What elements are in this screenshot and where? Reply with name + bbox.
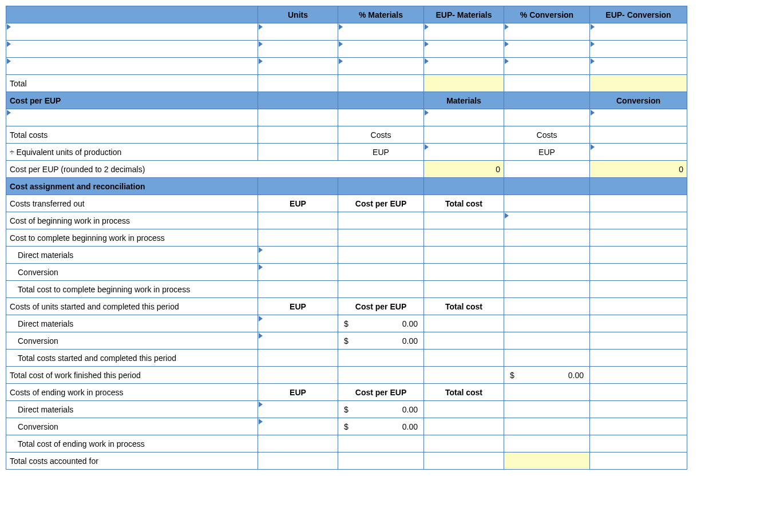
blank-cell	[590, 247, 687, 264]
header-eup-materials: EUP- Materials	[424, 6, 504, 23]
dm-started-row: Direct materials $0.00	[6, 315, 687, 332]
total-started-completed-label: Total costs started and completed this p…	[6, 350, 258, 367]
input-cell[interactable]	[258, 264, 338, 281]
currency-value: 0.00	[402, 405, 420, 414]
blank-cell	[590, 281, 687, 298]
input-cell[interactable]	[258, 315, 338, 332]
input-row	[6, 58, 687, 75]
blank-cell	[590, 401, 687, 418]
blank-cell	[424, 350, 504, 367]
blank-cell	[424, 247, 504, 264]
currency-symbol: $	[342, 336, 349, 346]
blank-cell	[338, 109, 424, 126]
total-label: Total	[6, 75, 258, 92]
input-pct-mat[interactable]	[338, 23, 424, 41]
input-eup-mat[interactable]	[424, 23, 504, 41]
input-eup-mat[interactable]	[424, 58, 504, 75]
blank-cell	[504, 92, 590, 109]
conv-label: Conversion	[6, 418, 258, 435]
blank-cell	[590, 298, 687, 315]
cost-per-eup-conv-ending: $0.00	[338, 418, 424, 435]
input-cell[interactable]	[258, 418, 338, 435]
ending-wip-row: Costs of ending work in process EUP Cost…	[6, 384, 687, 401]
cost-per-eup-dm: $0.00	[338, 315, 424, 332]
input-pct-conv[interactable]	[504, 41, 590, 58]
total-cost-col-header: Total cost	[424, 384, 504, 401]
blank-cell	[424, 229, 504, 247]
cost-begin-wip-label: Cost of beginning work in process	[6, 212, 258, 229]
blank-cell	[258, 350, 338, 367]
transferred-out-label: Costs transferred out	[6, 195, 258, 212]
input-cell[interactable]	[424, 126, 504, 144]
input-cell[interactable]	[258, 401, 338, 418]
input-eup-conv[interactable]	[590, 41, 687, 58]
dm-ending-row: Direct materials $0.00	[6, 401, 687, 418]
conv-ending-row: Conversion $0.00	[6, 418, 687, 435]
blank-cell	[338, 178, 424, 195]
input-cell[interactable]	[6, 109, 258, 126]
input-units[interactable]	[258, 58, 338, 75]
total-finished-value: $0.00	[504, 367, 590, 384]
input-eup-mat[interactable]	[424, 41, 504, 58]
input-cell[interactable]	[258, 247, 338, 264]
total-cost-col-header: Total cost	[424, 195, 504, 212]
blank-cell	[258, 229, 338, 247]
blank-cell	[424, 435, 504, 452]
input-desc[interactable]	[6, 58, 258, 75]
conv-begin-row: Conversion	[6, 264, 687, 281]
input-cell[interactable]	[590, 144, 687, 161]
input-desc[interactable]	[6, 23, 258, 41]
currency-value: 0.00	[402, 319, 420, 328]
started-completed-row: Costs of units started and completed thi…	[6, 298, 687, 315]
eup-col-header: EUP	[258, 195, 338, 212]
input-units[interactable]	[258, 23, 338, 41]
input-eup-conv[interactable]	[590, 58, 687, 75]
blank-cell	[590, 350, 687, 367]
input-cell[interactable]	[590, 109, 687, 126]
total-costs-row: Total costs Costs Costs	[6, 126, 687, 144]
input-pct-mat[interactable]	[338, 41, 424, 58]
blank-cell	[338, 350, 424, 367]
total-complete-begin-label: Total cost to complete beginning work in…	[6, 281, 258, 298]
input-units[interactable]	[258, 41, 338, 58]
total-pct-mat	[338, 75, 424, 92]
blank-cell	[504, 178, 590, 195]
blank-cell	[504, 229, 590, 247]
input-desc[interactable]	[6, 41, 258, 58]
blank-cell	[424, 367, 504, 384]
blank-cell	[338, 92, 424, 109]
cost-per-eup-col-header: Cost per EUP	[338, 195, 424, 212]
input-pct-conv[interactable]	[504, 23, 590, 41]
conversion-header: Conversion	[590, 92, 687, 109]
blank-cell	[338, 229, 424, 247]
blank-cell	[258, 92, 338, 109]
header-units: Units	[258, 6, 338, 23]
cost-assignment-title: Cost assignment and reconciliation	[6, 178, 258, 195]
total-started-completed-row: Total costs started and completed this p…	[6, 350, 687, 367]
input-cell[interactable]	[258, 332, 338, 350]
blank-cell	[258, 178, 338, 195]
currency-value: 0.00	[402, 336, 420, 346]
input-cell[interactable]	[424, 144, 504, 161]
blank-cell	[424, 264, 504, 281]
blank-cell	[504, 264, 590, 281]
conv-started-row: Conversion $0.00	[6, 332, 687, 350]
blank-cell	[258, 212, 338, 229]
blank-cell	[504, 418, 590, 435]
cost-per-eup-conv: $0.00	[338, 332, 424, 350]
blank-cell	[424, 401, 504, 418]
blank-cell	[258, 435, 338, 452]
cost-per-eup-header: Cost per EUP Materials Conversion	[6, 92, 687, 109]
input-pct-mat[interactable]	[338, 58, 424, 75]
eup-label-mat: EUP	[338, 144, 424, 161]
blank-cell	[590, 332, 687, 350]
input-cell[interactable]	[504, 212, 590, 229]
input-cell[interactable]	[590, 126, 687, 144]
conv-label: Conversion	[6, 332, 258, 350]
conv-label: Conversion	[6, 264, 258, 281]
blank-cell	[424, 212, 504, 229]
currency-value: 0.00	[402, 422, 420, 431]
input-cell[interactable]	[424, 109, 504, 126]
input-pct-conv[interactable]	[504, 58, 590, 75]
input-eup-conv[interactable]	[590, 23, 687, 41]
